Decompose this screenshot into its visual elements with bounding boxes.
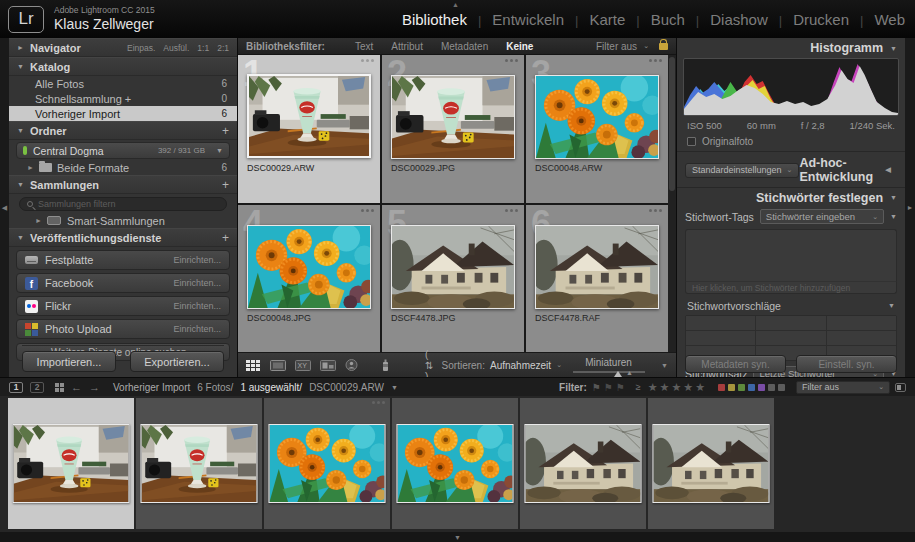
catalog-item-vorheriger-import[interactable]: Vorheriger Import 6 bbox=[9, 106, 237, 121]
catalog-item-alle-fotos[interactable]: Alle Fotos 6 bbox=[9, 76, 237, 91]
keyword-entry-hint[interactable]: Hier klicken, um Stichwörter hinzuzufüge… bbox=[685, 281, 897, 294]
photo-thumbnail[interactable] bbox=[535, 225, 659, 309]
export-button[interactable]: Exportieren... bbox=[130, 351, 224, 372]
flag-unflagged-icon[interactable]: ⚑ bbox=[604, 382, 613, 393]
top-panel-collapse-arrow-icon[interactable]: ▲ bbox=[452, 1, 459, 8]
service-photo-upload[interactable]: Photo Upload Einrichten... bbox=[16, 319, 230, 339]
flag-pick-icon[interactable]: ⚑ bbox=[592, 382, 601, 393]
filter-tab-text[interactable]: Text bbox=[355, 41, 373, 52]
service-flickr[interactable]: Flickr Einrichten... bbox=[16, 296, 230, 316]
grid-scrollbar[interactable] bbox=[668, 55, 676, 352]
photo-thumbnail[interactable] bbox=[535, 75, 659, 159]
flag-reject-icon[interactable]: ⚑ bbox=[616, 382, 625, 393]
grid-cell[interactable]: 5 DSCF4478.JPG bbox=[382, 205, 524, 353]
saved-preset-dropdown[interactable]: Standardeinstellungen ⌄ bbox=[685, 163, 799, 178]
import-button[interactable]: Importieren... bbox=[22, 351, 116, 372]
filmstrip-source[interactable]: Vorheriger Import bbox=[113, 382, 190, 393]
star-rating-filter[interactable]: ★★★★★ bbox=[648, 381, 707, 394]
photo-thumbnail[interactable] bbox=[13, 424, 130, 503]
photo-thumbnail[interactable] bbox=[525, 424, 642, 503]
rating-operator[interactable]: ≥ bbox=[636, 382, 641, 392]
badge-dots-icon[interactable] bbox=[372, 401, 385, 404]
color-chip-none[interactable] bbox=[768, 384, 775, 391]
quick-develop-title-row[interactable]: Ad-hoc-Entwicklung ◀ bbox=[799, 156, 897, 184]
expand-icon[interactable]: ► bbox=[27, 164, 34, 171]
grid-view-icon[interactable] bbox=[246, 360, 261, 371]
toolbar-options-icon[interactable]: ▼ bbox=[661, 362, 668, 369]
keyword-suggestions-header[interactable]: Stichwortvorschläge ▼ bbox=[677, 297, 905, 314]
module-entwickeln[interactable]: Entwickeln bbox=[467, 11, 564, 28]
katalog-header[interactable]: ▼ Katalog bbox=[9, 57, 237, 76]
photo-thumbnail[interactable] bbox=[391, 225, 515, 309]
filter-tab-keine[interactable]: Keine bbox=[506, 41, 533, 52]
grid-cell[interactable]: 1 DSC00029.ARW bbox=[238, 55, 380, 203]
service-facebook[interactable]: f Facebook Einrichten... bbox=[16, 273, 230, 293]
service-setup-link[interactable]: Einrichten... bbox=[173, 324, 221, 334]
toolbar-collapse-arrow-icon[interactable]: ▲ bbox=[626, 369, 633, 376]
filter-switch-icon[interactable] bbox=[895, 383, 906, 392]
survey-view-icon[interactable] bbox=[320, 360, 336, 371]
photo-thumbnail[interactable] bbox=[653, 424, 770, 503]
service-setup-link[interactable]: Einrichten... bbox=[173, 301, 221, 311]
module-drucken[interactable]: Drucken bbox=[768, 11, 849, 28]
collections-search-box[interactable] bbox=[19, 197, 227, 211]
filter-lock-icon[interactable] bbox=[659, 43, 668, 50]
histogram-chart[interactable] bbox=[683, 58, 899, 116]
badge-dots-icon[interactable] bbox=[361, 59, 374, 62]
zoom-1-1[interactable]: 1:1 bbox=[197, 43, 209, 53]
color-chip-purple[interactable] bbox=[758, 384, 765, 391]
grid-view-shortcut-icon[interactable] bbox=[55, 383, 64, 392]
volume-browser-central-dogma[interactable]: Central Dogma 392 / 931 GB ▼ bbox=[16, 142, 230, 159]
expand-icon[interactable]: ► bbox=[35, 217, 42, 224]
service-setup-link[interactable]: Einrichten... bbox=[173, 278, 221, 288]
filmstrip-cell[interactable] bbox=[392, 398, 518, 529]
add-collection-icon[interactable]: + bbox=[222, 178, 229, 192]
filmstrip-cell[interactable] bbox=[648, 398, 774, 529]
collapse-right-icon[interactable]: ► bbox=[907, 204, 914, 211]
color-chip-custom[interactable] bbox=[778, 384, 785, 391]
slider-thumb[interactable] bbox=[614, 371, 622, 377]
color-chip-red[interactable] bbox=[718, 384, 725, 391]
original-photo-checkbox[interactable] bbox=[687, 137, 696, 146]
histogram-header[interactable]: Histogramm ▼ bbox=[677, 38, 905, 58]
grid-cell[interactable]: 3 DSC00048.ARW bbox=[526, 55, 668, 203]
photo-thumbnail[interactable] bbox=[391, 75, 515, 159]
photo-thumbnail[interactable] bbox=[397, 424, 514, 503]
right-panel-collapse-strip[interactable]: ► bbox=[905, 38, 915, 377]
keyword-suggestion-slot[interactable] bbox=[756, 316, 825, 330]
add-service-icon[interactable]: + bbox=[222, 231, 229, 245]
zoom-2-1[interactable]: 2:1 bbox=[217, 43, 229, 53]
keywording-header[interactable]: Stichwörter festlegen ▼ bbox=[677, 187, 905, 207]
thumbnail-size-slider[interactable] bbox=[573, 371, 645, 373]
loupe-view-icon[interactable] bbox=[270, 360, 286, 371]
sync-metadata-button[interactable]: Metadaten syn. bbox=[685, 355, 786, 373]
grid-cell[interactable]: 4 DSC00048.JPG bbox=[238, 205, 380, 353]
compare-view-icon[interactable]: XY bbox=[295, 360, 311, 371]
badge-dots-icon[interactable] bbox=[649, 59, 662, 62]
module-buch[interactable]: Buch bbox=[625, 11, 685, 28]
color-chip-blue[interactable] bbox=[748, 384, 755, 391]
module-karte[interactable]: Karte bbox=[564, 11, 625, 28]
keyword-tags-dropdown[interactable]: Stichwörter eingeben ⌄ bbox=[760, 209, 884, 224]
zoom-fill[interactable]: Ausfül. bbox=[163, 43, 189, 53]
source-dropdown-icon[interactable]: ▼ bbox=[391, 384, 398, 391]
badge-dots-icon[interactable] bbox=[505, 209, 518, 212]
keyword-suggestion-slot[interactable] bbox=[686, 331, 755, 345]
navigator-header[interactable]: ► Navigator Einpas. Ausfül. 1:1 2:1 bbox=[9, 38, 237, 57]
module-diashow[interactable]: Diashow bbox=[685, 11, 768, 28]
sammlungen-header[interactable]: ▼ Sammlungen + bbox=[9, 175, 237, 194]
keyword-suggestion-slot[interactable] bbox=[827, 331, 896, 345]
collections-search-input[interactable] bbox=[38, 199, 219, 209]
service-setup-link[interactable]: Einrichten... bbox=[173, 255, 221, 265]
sync-settings-button[interactable]: Einstell. syn. bbox=[796, 355, 897, 373]
color-chip-yellow[interactable] bbox=[728, 384, 735, 391]
publish-services-header[interactable]: ▼ Veröffentlichungsdienste + bbox=[9, 228, 237, 247]
previous-image-icon[interactable]: ← bbox=[71, 381, 82, 393]
main-window-button[interactable]: 1 bbox=[9, 382, 23, 393]
collapse-down-icon[interactable]: ▼ bbox=[454, 534, 461, 541]
scrollbar-thumb[interactable] bbox=[669, 57, 675, 191]
zoom-fit[interactable]: Einpas. bbox=[127, 43, 155, 53]
filter-tab-attribut[interactable]: Attribut bbox=[391, 41, 423, 52]
filmstrip-cell[interactable] bbox=[8, 398, 134, 529]
grid-cell[interactable]: 2 DSC00029.JPG bbox=[382, 55, 524, 203]
